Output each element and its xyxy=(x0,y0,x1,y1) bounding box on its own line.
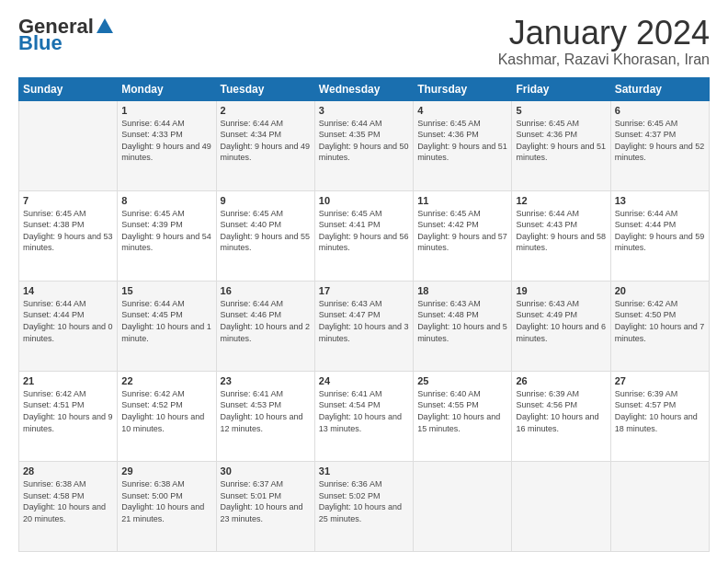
header: General Blue January 2024 Kashmar, Razav… xyxy=(18,15,710,68)
cell-details: Sunrise: 6:44 AM Sunset: 4:33 PM Dayligh… xyxy=(121,118,211,164)
calendar-cell: 27Sunrise: 6:39 AM Sunset: 4:57 PM Dayli… xyxy=(610,371,709,461)
calendar-cell: 12Sunrise: 6:44 AM Sunset: 4:43 PM Dayli… xyxy=(512,190,610,281)
day-number: 21 xyxy=(23,375,113,386)
logo-icon xyxy=(95,17,115,37)
day-number: 19 xyxy=(516,285,606,296)
calendar-cell: 2Sunrise: 6:44 AM Sunset: 4:34 PM Daylig… xyxy=(216,100,314,190)
cell-details: Sunrise: 6:45 AM Sunset: 4:38 PM Dayligh… xyxy=(23,208,113,254)
day-number: 1 xyxy=(121,105,211,116)
day-number: 10 xyxy=(319,195,409,206)
calendar-cell: 21Sunrise: 6:42 AM Sunset: 4:51 PM Dayli… xyxy=(19,371,118,461)
day-number: 16 xyxy=(221,285,311,296)
calendar-cell xyxy=(414,461,512,551)
calendar-cell xyxy=(610,461,709,551)
cell-details: Sunrise: 6:44 AM Sunset: 4:35 PM Dayligh… xyxy=(319,118,409,164)
cell-details: Sunrise: 6:44 AM Sunset: 4:46 PM Dayligh… xyxy=(221,298,311,344)
day-number: 23 xyxy=(221,375,311,386)
header-day-friday: Friday xyxy=(512,77,610,100)
cell-details: Sunrise: 6:39 AM Sunset: 4:57 PM Dayligh… xyxy=(615,388,705,434)
day-number: 18 xyxy=(417,285,507,296)
calendar-cell: 1Sunrise: 6:44 AM Sunset: 4:33 PM Daylig… xyxy=(118,100,216,190)
header-day-wednesday: Wednesday xyxy=(314,77,413,100)
day-number: 7 xyxy=(23,195,113,206)
day-number: 15 xyxy=(121,285,211,296)
calendar-cell: 13Sunrise: 6:44 AM Sunset: 4:44 PM Dayli… xyxy=(610,190,709,281)
cell-details: Sunrise: 6:42 AM Sunset: 4:50 PM Dayligh… xyxy=(615,298,705,344)
page-title: January 2024 xyxy=(498,15,710,52)
calendar-cell: 19Sunrise: 6:43 AM Sunset: 4:49 PM Dayli… xyxy=(512,281,610,371)
day-number: 14 xyxy=(23,285,113,296)
calendar-cell: 11Sunrise: 6:45 AM Sunset: 4:42 PM Dayli… xyxy=(414,190,512,281)
logo: General Blue xyxy=(18,15,116,55)
calendar-cell: 8Sunrise: 6:45 AM Sunset: 4:39 PM Daylig… xyxy=(118,190,216,281)
calendar-cell: 17Sunrise: 6:43 AM Sunset: 4:47 PM Dayli… xyxy=(314,281,413,371)
day-number: 6 xyxy=(615,105,705,116)
cell-details: Sunrise: 6:38 AM Sunset: 5:00 PM Dayligh… xyxy=(121,478,211,524)
day-number: 31 xyxy=(319,465,409,477)
calendar-cell: 30Sunrise: 6:37 AM Sunset: 5:01 PM Dayli… xyxy=(216,461,314,551)
day-number: 22 xyxy=(121,375,211,386)
calendar-cell: 26Sunrise: 6:39 AM Sunset: 4:56 PM Dayli… xyxy=(512,371,610,461)
calendar-cell: 5Sunrise: 6:45 AM Sunset: 4:36 PM Daylig… xyxy=(512,100,610,190)
calendar-cell: 3Sunrise: 6:44 AM Sunset: 4:35 PM Daylig… xyxy=(314,100,413,190)
cell-details: Sunrise: 6:43 AM Sunset: 4:49 PM Dayligh… xyxy=(516,298,606,344)
calendar-header-row: SundayMondayTuesdayWednesdayThursdayFrid… xyxy=(19,77,710,100)
day-number: 3 xyxy=(319,105,409,116)
header-day-tuesday: Tuesday xyxy=(216,77,314,100)
calendar-week-2: 7Sunrise: 6:45 AM Sunset: 4:38 PM Daylig… xyxy=(19,190,710,281)
calendar-cell: 22Sunrise: 6:42 AM Sunset: 4:52 PM Dayli… xyxy=(118,371,216,461)
cell-details: Sunrise: 6:37 AM Sunset: 5:01 PM Dayligh… xyxy=(221,478,311,524)
day-number: 26 xyxy=(516,375,606,386)
calendar-cell xyxy=(19,100,118,190)
day-number: 13 xyxy=(615,195,705,206)
title-block: January 2024 Kashmar, Razavi Khorasan, I… xyxy=(498,15,710,68)
day-number: 4 xyxy=(417,105,507,116)
cell-details: Sunrise: 6:45 AM Sunset: 4:36 PM Dayligh… xyxy=(417,118,507,164)
svg-marker-0 xyxy=(97,18,113,33)
cell-details: Sunrise: 6:45 AM Sunset: 4:40 PM Dayligh… xyxy=(221,208,311,254)
calendar-cell: 9Sunrise: 6:45 AM Sunset: 4:40 PM Daylig… xyxy=(216,190,314,281)
day-number: 30 xyxy=(221,465,311,477)
calendar-cell: 29Sunrise: 6:38 AM Sunset: 5:00 PM Dayli… xyxy=(118,461,216,551)
cell-details: Sunrise: 6:44 AM Sunset: 4:34 PM Dayligh… xyxy=(221,118,311,164)
cell-details: Sunrise: 6:45 AM Sunset: 4:37 PM Dayligh… xyxy=(615,118,705,164)
calendar-cell: 6Sunrise: 6:45 AM Sunset: 4:37 PM Daylig… xyxy=(610,100,709,190)
calendar-table: SundayMondayTuesdayWednesdayThursdayFrid… xyxy=(18,77,710,552)
calendar-cell: 24Sunrise: 6:41 AM Sunset: 4:54 PM Dayli… xyxy=(314,371,413,461)
day-number: 5 xyxy=(516,105,606,116)
cell-details: Sunrise: 6:38 AM Sunset: 4:58 PM Dayligh… xyxy=(23,478,113,524)
cell-details: Sunrise: 6:44 AM Sunset: 4:45 PM Dayligh… xyxy=(121,298,211,344)
calendar-week-3: 14Sunrise: 6:44 AM Sunset: 4:44 PM Dayli… xyxy=(19,281,710,371)
calendar-cell: 28Sunrise: 6:38 AM Sunset: 4:58 PM Dayli… xyxy=(19,461,118,551)
calendar-cell: 31Sunrise: 6:36 AM Sunset: 5:02 PM Dayli… xyxy=(314,461,413,551)
calendar-cell: 16Sunrise: 6:44 AM Sunset: 4:46 PM Dayli… xyxy=(216,281,314,371)
cell-details: Sunrise: 6:44 AM Sunset: 4:44 PM Dayligh… xyxy=(615,208,705,254)
page-subtitle: Kashmar, Razavi Khorasan, Iran xyxy=(498,52,710,68)
calendar-cell: 14Sunrise: 6:44 AM Sunset: 4:44 PM Dayli… xyxy=(19,281,118,371)
calendar-week-1: 1Sunrise: 6:44 AM Sunset: 4:33 PM Daylig… xyxy=(19,100,710,190)
header-day-saturday: Saturday xyxy=(610,77,709,100)
cell-details: Sunrise: 6:42 AM Sunset: 4:51 PM Dayligh… xyxy=(23,388,113,434)
cell-details: Sunrise: 6:45 AM Sunset: 4:42 PM Dayligh… xyxy=(417,208,507,254)
calendar-week-5: 28Sunrise: 6:38 AM Sunset: 4:58 PM Dayli… xyxy=(19,461,710,551)
cell-details: Sunrise: 6:45 AM Sunset: 4:39 PM Dayligh… xyxy=(121,208,211,254)
cell-details: Sunrise: 6:43 AM Sunset: 4:47 PM Dayligh… xyxy=(319,298,409,344)
header-day-thursday: Thursday xyxy=(414,77,512,100)
cell-details: Sunrise: 6:44 AM Sunset: 4:44 PM Dayligh… xyxy=(23,298,113,344)
day-number: 29 xyxy=(121,465,211,477)
day-number: 24 xyxy=(319,375,409,386)
cell-details: Sunrise: 6:43 AM Sunset: 4:48 PM Dayligh… xyxy=(417,298,507,344)
day-number: 8 xyxy=(121,195,211,206)
cell-details: Sunrise: 6:45 AM Sunset: 4:36 PM Dayligh… xyxy=(516,118,606,164)
cell-details: Sunrise: 6:44 AM Sunset: 4:43 PM Dayligh… xyxy=(516,208,606,254)
cell-details: Sunrise: 6:36 AM Sunset: 5:02 PM Dayligh… xyxy=(319,478,409,524)
day-number: 28 xyxy=(23,465,113,477)
day-number: 17 xyxy=(319,285,409,296)
calendar-cell: 4Sunrise: 6:45 AM Sunset: 4:36 PM Daylig… xyxy=(414,100,512,190)
day-number: 20 xyxy=(615,285,705,296)
day-number: 11 xyxy=(417,195,507,206)
calendar-cell: 15Sunrise: 6:44 AM Sunset: 4:45 PM Dayli… xyxy=(118,281,216,371)
header-day-monday: Monday xyxy=(118,77,216,100)
cell-details: Sunrise: 6:41 AM Sunset: 4:54 PM Dayligh… xyxy=(319,388,409,434)
cell-details: Sunrise: 6:45 AM Sunset: 4:41 PM Dayligh… xyxy=(319,208,409,254)
